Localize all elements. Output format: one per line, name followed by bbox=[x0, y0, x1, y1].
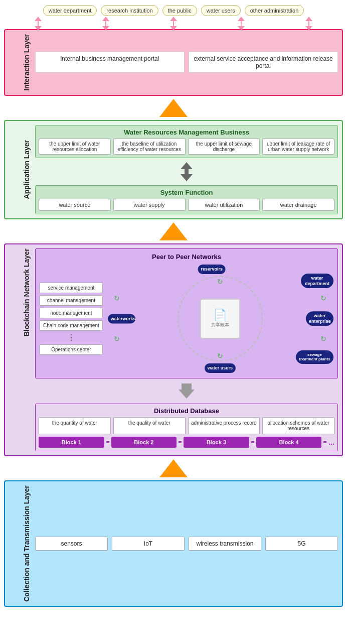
arrow-line-2 bbox=[105, 21, 106, 26]
big-arrow-up-shape-2 bbox=[159, 222, 188, 240]
arrow-line-4 bbox=[241, 21, 242, 26]
p2p-content: service management channel management no… bbox=[40, 264, 333, 374]
stakeholder-other-admin: other administration bbox=[245, 5, 304, 16]
arrow-up-4 bbox=[238, 17, 245, 21]
application-layer: Application Layer Water Resources Manage… bbox=[4, 120, 343, 219]
stakeholder-public: the public bbox=[162, 5, 197, 16]
ledger-icon: 📄 bbox=[213, 309, 227, 322]
arrow-blockchain-to-application bbox=[159, 222, 188, 240]
wrmb-title: Water Resources Management Business bbox=[39, 128, 334, 136]
arrow-down-4 bbox=[238, 26, 245, 31]
p2p-title: Peer to Peer Networks bbox=[40, 253, 333, 261]
orbit-arrow-5: ↻ bbox=[114, 335, 120, 343]
bi-arrow-5 bbox=[305, 17, 312, 31]
sf-title: System Function bbox=[39, 189, 334, 196]
portal-row: internal business management portal exte… bbox=[35, 52, 338, 73]
stakeholder-row: water department research institution th… bbox=[4, 5, 343, 16]
double-arrow bbox=[35, 162, 338, 181]
sf-item-4: water drainage bbox=[262, 199, 334, 211]
p2p-circle-diagram: 📄 共享账本 reservoirs water department water… bbox=[107, 264, 333, 374]
wrmb-item-1: the upper limit of water resources alloc… bbox=[39, 139, 111, 155]
wrmb-item-2: the baseline of utilization efficiency o… bbox=[113, 139, 186, 155]
mgmt-operations: Operations center bbox=[40, 344, 103, 355]
dist-db-box: Distributed Database the quantity of wat… bbox=[35, 404, 338, 451]
node-water-enterprise: water enterprise bbox=[306, 311, 333, 326]
chain-conn-2 bbox=[179, 441, 182, 443]
orbit-arrow-3: ↻ bbox=[320, 335, 326, 343]
application-layer-label: Application Layer bbox=[9, 140, 31, 199]
blockchain-layer-content: Peer to Peer Networks service management… bbox=[35, 248, 338, 451]
bi-arrow-3 bbox=[170, 17, 177, 31]
db-item-2: the quality of water bbox=[113, 417, 186, 434]
collection-layer: Collection and Transmission Layer sensor… bbox=[4, 480, 343, 607]
shared-ledger-box: 📄 共享账本 bbox=[200, 299, 240, 339]
interaction-layer: Interaction Layer internal business mana… bbox=[4, 29, 343, 96]
arrow-down-1 bbox=[35, 26, 42, 31]
portal-external: external service acceptance and informat… bbox=[189, 52, 338, 73]
node-water-dept: water department bbox=[301, 274, 333, 289]
block-dots: ... bbox=[328, 438, 334, 446]
arrow-down-5 bbox=[305, 26, 312, 31]
db-item-1: the quantity of water bbox=[39, 417, 111, 434]
block-3: Block 3 bbox=[184, 437, 249, 448]
stakeholder-research: research institution bbox=[101, 5, 158, 16]
portal-internal: internal business management portal bbox=[35, 52, 185, 73]
big-arrow-up-shape-3 bbox=[159, 459, 188, 477]
wrmb-box: Water Resources Management Business the … bbox=[35, 125, 338, 158]
blockchain-layer: Blockchain Network Layer Peer to Peer Ne… bbox=[4, 243, 343, 456]
orbit-arrow-6: ↻ bbox=[114, 294, 120, 302]
darrow-down bbox=[181, 174, 193, 181]
collection-5g: 5G bbox=[265, 537, 338, 551]
arrow-up-5 bbox=[305, 17, 312, 21]
db-item-3: administrative process record bbox=[188, 417, 260, 434]
wrmb-items: the upper limit of water resources alloc… bbox=[39, 139, 334, 155]
chain-conn-1 bbox=[106, 441, 109, 443]
arrow-up-1 bbox=[35, 17, 42, 21]
orbit-arrow-2: ↻ bbox=[320, 294, 326, 302]
arrow-up-3 bbox=[170, 17, 177, 21]
sf-item-3: water utilization bbox=[188, 199, 260, 211]
chain-conn-4 bbox=[323, 441, 326, 443]
orbit-arrow-1: ↻ bbox=[217, 278, 223, 286]
darrow-body bbox=[185, 169, 189, 174]
big-arrow-up-shape bbox=[159, 99, 188, 117]
p2p-box: Peer to Peer Networks service management… bbox=[35, 248, 338, 378]
node-sewage: sewage treatment plants bbox=[296, 350, 333, 364]
arrow-down-3 bbox=[170, 26, 177, 31]
stakeholder-water-dept: water department bbox=[43, 5, 97, 16]
interaction-layer-label: Interaction Layer bbox=[9, 34, 31, 91]
collection-sensors: sensors bbox=[35, 537, 108, 551]
collection-layer-label: Collection and Transmission Layer bbox=[9, 485, 31, 602]
bi-arrow-2 bbox=[102, 17, 109, 31]
sf-box: System Function water source water suppl… bbox=[35, 185, 338, 214]
sf-item-2: water supply bbox=[113, 199, 186, 211]
mgmt-node: node management bbox=[40, 308, 103, 318]
wrmb-item-4: upper limit of leakage rate of urban wat… bbox=[262, 139, 334, 155]
main-diagram: water department research institution th… bbox=[0, 0, 347, 612]
node-reservoirs: reservoirs bbox=[198, 265, 226, 274]
darrow-up bbox=[181, 162, 193, 169]
node-waterworks: waterworks bbox=[108, 314, 135, 323]
arrow-line-3 bbox=[173, 21, 174, 26]
mgmt-channel: channel management bbox=[40, 295, 103, 306]
sf-items: water source water supply water utilizat… bbox=[39, 199, 334, 211]
interaction-layer-content: internal business management portal exte… bbox=[35, 52, 338, 73]
stakeholder-arrows bbox=[4, 18, 343, 29]
wrmb-item-3: the upper limit of sewage discharge bbox=[188, 139, 260, 155]
dist-db-title: Distributed Database bbox=[39, 407, 334, 415]
node-water-users: water users bbox=[205, 363, 236, 373]
p2p-management-list: service management channel management no… bbox=[40, 283, 103, 355]
arrow-up-2 bbox=[102, 17, 109, 21]
arrow-collection-to-blockchain bbox=[159, 459, 188, 477]
mgmt-chaincode: Chain code management bbox=[40, 320, 103, 331]
dist-db-items: the quantity of water the quality of wat… bbox=[39, 417, 334, 434]
bi-arrow-4 bbox=[238, 17, 245, 31]
blockchain-layer-label: Blockchain Network Layer bbox=[9, 248, 31, 336]
gray-arrow-head bbox=[179, 390, 195, 399]
bi-arrow-1 bbox=[35, 17, 42, 31]
chain-line-4 bbox=[323, 441, 326, 443]
gray-arrow-db bbox=[35, 383, 338, 399]
ledger-text: 共享账本 bbox=[211, 322, 229, 328]
gray-arrow-body bbox=[182, 383, 192, 390]
collection-wireless: wireless transmission bbox=[189, 537, 261, 551]
